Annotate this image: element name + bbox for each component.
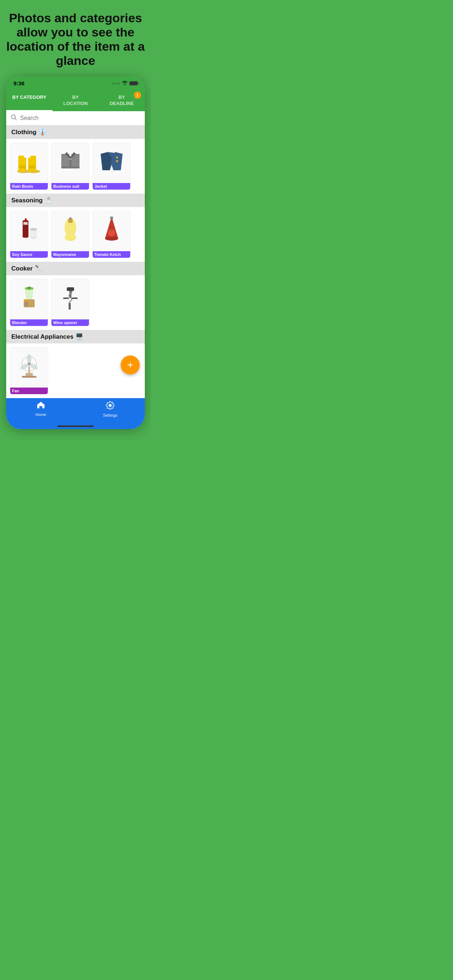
seasoning-items-grid: SOY SAUCE Soy Sauce xyxy=(6,207,145,262)
item-label: Wine opener xyxy=(51,320,89,326)
content-area: Clothing 👔 xyxy=(6,126,145,398)
nav-settings-label: Settings xyxy=(103,413,118,417)
item-image xyxy=(51,211,89,248)
svg-point-57 xyxy=(28,363,30,365)
item-label: Business suit xyxy=(51,183,89,189)
svg-rect-15 xyxy=(72,167,80,169)
svg-rect-5 xyxy=(19,165,26,169)
item-image xyxy=(10,279,48,316)
search-icon xyxy=(11,114,17,122)
category-electrical-header: Electrical Appliances 🖥️ xyxy=(6,330,145,344)
svg-rect-32 xyxy=(69,217,72,220)
search-input[interactable] xyxy=(20,115,140,121)
svg-rect-39 xyxy=(25,302,28,304)
item-image: SOY SAUCE xyxy=(10,211,48,248)
item-label: Fan xyxy=(10,388,48,394)
search-bar xyxy=(6,111,145,126)
category-clothing-header: Clothing 👔 xyxy=(6,126,145,139)
item-image xyxy=(10,347,48,384)
item-label: Tomato Ketch xyxy=(93,251,130,258)
svg-rect-48 xyxy=(67,287,74,291)
svg-rect-50 xyxy=(22,376,37,378)
tab-by-location[interactable]: BYLOCATION xyxy=(53,89,99,111)
svg-rect-8 xyxy=(30,156,36,160)
svg-rect-9 xyxy=(29,165,35,169)
svg-rect-43 xyxy=(28,286,30,289)
settings-icon xyxy=(106,401,115,412)
item-card[interactable]: Fan xyxy=(10,347,48,395)
item-image xyxy=(93,143,130,180)
battery-icon xyxy=(129,81,137,85)
tab-by-category[interactable]: BY CATEGORY xyxy=(6,89,53,111)
nav-home-label: Home xyxy=(35,412,46,417)
svg-marker-41 xyxy=(25,288,33,299)
status-icons xyxy=(112,81,137,86)
svg-rect-51 xyxy=(29,366,30,373)
home-indicator xyxy=(6,423,145,429)
svg-rect-45 xyxy=(63,298,69,299)
bottom-nav: Home Settings xyxy=(6,398,145,423)
svg-point-20 xyxy=(116,160,118,162)
home-icon xyxy=(37,401,45,411)
svg-point-54 xyxy=(27,354,31,363)
item-label: Mayonnaise xyxy=(51,251,89,258)
item-card[interactable]: Wine opener xyxy=(51,279,89,326)
item-image xyxy=(93,211,130,248)
status-bar: 9:36 xyxy=(6,76,145,89)
svg-rect-4 xyxy=(18,156,24,160)
notification-badge: 1 xyxy=(134,92,141,99)
item-card[interactable]: Business suit xyxy=(51,143,89,190)
category-seasoning-header: Seasoning 🧂 xyxy=(6,194,145,207)
home-indicator-bar xyxy=(57,425,94,427)
item-card[interactable]: Mayonnaise xyxy=(51,211,89,258)
signal-icon xyxy=(112,83,120,84)
svg-rect-44 xyxy=(69,303,71,310)
svg-rect-38 xyxy=(25,300,28,302)
item-label: Soy Sauce xyxy=(10,251,48,258)
item-card[interactable]: Tomato Ketch xyxy=(92,211,131,258)
svg-rect-13 xyxy=(69,159,72,169)
svg-point-28 xyxy=(30,228,37,231)
item-card[interactable]: Rain Boots xyxy=(10,143,48,190)
status-time: 9:36 xyxy=(13,80,24,86)
item-label: Jacket xyxy=(93,183,130,189)
nav-settings[interactable]: Settings xyxy=(75,401,145,417)
tab-bar: BY CATEGORY BYLOCATION BYDEADLINE 1 xyxy=(6,89,145,111)
item-card[interactable]: SOY SAUCE Soy Sauce xyxy=(10,211,48,258)
item-label: Blender xyxy=(10,320,48,326)
item-card[interactable]: Blender xyxy=(10,279,48,326)
headline: Photos and categories allow you to see t… xyxy=(0,0,151,76)
phone-frame: 9:36 xyxy=(6,76,145,429)
nav-home[interactable]: Home xyxy=(6,401,75,417)
item-image xyxy=(51,279,89,316)
item-image xyxy=(10,143,48,180)
svg-point-19 xyxy=(116,156,118,159)
add-button[interactable]: + xyxy=(121,355,140,374)
item-label: Rain Boots xyxy=(10,183,48,189)
item-card[interactable]: Jacket xyxy=(92,143,131,190)
clothing-items-grid: Rain Boots xyxy=(6,139,145,194)
svg-point-34 xyxy=(105,236,118,240)
svg-text:SAUCE: SAUCE xyxy=(23,225,28,227)
wifi-icon xyxy=(122,81,128,86)
svg-rect-14 xyxy=(61,167,69,169)
page-background: Photos and categories allow you to see t… xyxy=(0,0,151,440)
cooker-items-grid: Blender xyxy=(6,275,145,330)
svg-rect-46 xyxy=(72,298,78,299)
category-cooker-header: Cooker 🔪 xyxy=(6,262,145,275)
svg-line-1 xyxy=(15,118,17,120)
svg-rect-40 xyxy=(25,304,28,306)
tab-by-deadline[interactable]: BYDEADLINE 1 xyxy=(99,89,145,111)
svg-rect-35 xyxy=(110,216,113,220)
item-image xyxy=(51,143,89,180)
